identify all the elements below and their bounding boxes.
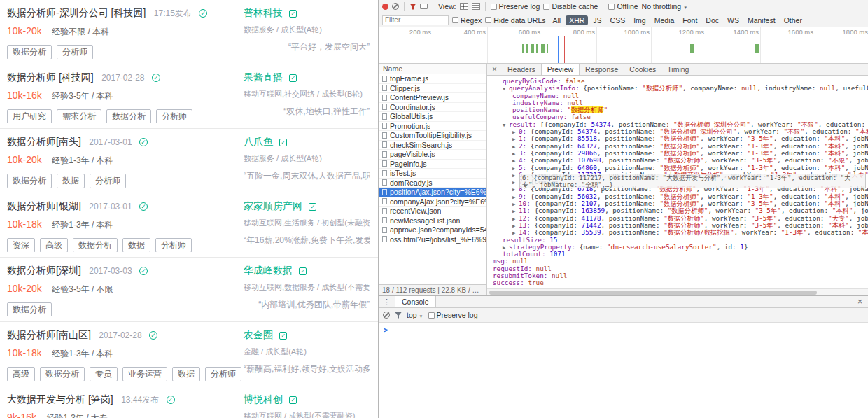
job-tag[interactable]: 高级: [40, 238, 68, 252]
network-request-row[interactable]: newMessageList.json: [379, 216, 486, 226]
job-title[interactable]: 数据分析师 [科技园]: [7, 71, 94, 83]
network-request-row[interactable]: companyAjax.json?city=%E6%B7%B...: [379, 197, 486, 207]
close-drawer-icon[interactable]: [852, 297, 868, 307]
filter-type[interactable]: Manifest: [744, 15, 779, 25]
job-tag[interactable]: 分析师: [90, 174, 126, 188]
network-request-row[interactable]: recentView.json: [379, 207, 486, 216]
network-request-row[interactable]: topFrame.js: [379, 74, 486, 84]
hide-data-urls-checkbox[interactable]: [485, 17, 491, 23]
job-tag[interactable]: 业务运营: [122, 367, 167, 381]
detail-tab[interactable]: Cookies: [624, 64, 662, 75]
job-card[interactable]: 数据分析师[银湖] 2017-03-01 10k-18k 经验1-3年 / 本科…: [0, 193, 378, 258]
job-title[interactable]: 数据分析师[深圳]: [7, 265, 81, 276]
job-card[interactable]: 数据分析师[深圳] 2017-03-03 10k-20k 经验3-5年 / 不限…: [0, 258, 378, 322]
network-request-row[interactable]: Coordinator.js: [379, 103, 486, 113]
job-tag[interactable]: 数据分析: [73, 238, 118, 252]
clear-icon[interactable]: [392, 3, 399, 10]
network-request-row[interactable]: Promotion.js: [379, 122, 486, 132]
job-card[interactable]: 数据分析师[南头] 2017-03-01 10k-20k 经验1-3年 / 本科…: [0, 129, 378, 193]
job-title[interactable]: 数据分析师[南山区]: [7, 329, 91, 340]
horizontal-scrollbar[interactable]: [487, 288, 868, 295]
tab-console[interactable]: Console: [395, 296, 436, 307]
job-tag[interactable]: 需求分析: [57, 109, 102, 123]
network-filter-input[interactable]: [382, 15, 449, 25]
filter-type[interactable]: Img: [630, 15, 650, 25]
company-name[interactable]: 农金圈: [244, 329, 273, 340]
job-tag[interactable]: 数据分析: [7, 45, 52, 59]
job-card[interactable]: 数据分析师 [科技园] 2017-02-28 10k-16k 经验3-5年 / …: [0, 64, 378, 129]
job-title[interactable]: 大数据开发与分析 [笋岗]: [7, 393, 113, 405]
clear-console-icon[interactable]: [383, 312, 390, 319]
regex-checkbox[interactable]: [452, 17, 458, 23]
network-request-row[interactable]: isTest.js: [379, 169, 486, 179]
detail-tab[interactable]: Preview: [541, 64, 580, 75]
filter-icon[interactable]: [410, 4, 416, 10]
filter-type[interactable]: XHR: [566, 15, 588, 25]
job-title[interactable]: 数据分析师-深圳分公司 [科技园]: [7, 7, 146, 18]
offline-checkbox[interactable]: [608, 4, 615, 10]
filter-type[interactable]: Other: [780, 15, 806, 25]
network-request-row[interactable]: domReady.js: [379, 179, 486, 188]
job-tag[interactable]: 专员: [90, 367, 118, 381]
preserve-log-checkbox[interactable]: [491, 4, 497, 10]
scrollbar-thumb[interactable]: [489, 291, 817, 295]
network-request-row[interactable]: CustomTooltipEligibility.js: [379, 131, 486, 141]
record-button[interactable]: [382, 4, 388, 10]
network-request-row[interactable]: approve.json?companyIds=54374%...: [379, 225, 486, 235]
json-line[interactable]: totalCount: 1071: [487, 251, 868, 258]
network-request-row[interactable]: checkSimSearch.js: [379, 141, 486, 151]
network-request-row[interactable]: positionAjax.json?city=%E6%B7%B1...: [379, 188, 486, 197]
filter-type[interactable]: WS: [724, 15, 743, 25]
job-title[interactable]: 数据分析师[银湖]: [7, 200, 81, 211]
job-tag[interactable]: 分析师: [155, 238, 192, 252]
json-line[interactable]: success: true: [487, 279, 868, 286]
job-tag[interactable]: 数据分析: [7, 302, 52, 316]
filter-type[interactable]: Media: [651, 15, 678, 25]
job-tag[interactable]: 数据: [57, 174, 85, 188]
list-view-icon[interactable]: [472, 3, 480, 10]
company-name[interactable]: 华成峰数据: [244, 265, 293, 276]
job-tag[interactable]: 数据分析: [40, 367, 85, 381]
network-request-row[interactable]: oss.html?u=/jobs/list_%E6%95%B0...: [379, 235, 486, 245]
frame-context-select[interactable]: top: [407, 311, 424, 319]
filter-type[interactable]: JS: [589, 15, 605, 25]
job-tag[interactable]: 数据分析: [7, 174, 52, 188]
company-name[interactable]: 博悦科创: [244, 393, 283, 405]
job-tag[interactable]: 分析师: [57, 45, 93, 59]
filter-type[interactable]: CSS: [607, 15, 629, 25]
company-name[interactable]: 普林科技: [244, 7, 283, 18]
company-name[interactable]: 八爪鱼: [244, 136, 273, 147]
name-column-header[interactable]: Name: [379, 64, 486, 74]
network-request-row[interactable]: Clipper.js: [379, 84, 486, 94]
console-log-area[interactable]: >: [379, 323, 868, 418]
detail-tab[interactable]: Headers: [502, 64, 541, 75]
detail-tab[interactable]: Timing: [662, 64, 694, 75]
filter-type[interactable]: Doc: [702, 15, 722, 25]
job-tag[interactable]: 资深: [7, 238, 35, 252]
job-tag[interactable]: 高级: [7, 367, 35, 381]
expand-arrow-icon[interactable]: ▼: [503, 122, 509, 129]
company-name[interactable]: 家家顺房产网: [244, 200, 302, 211]
job-tag[interactable]: 用户研究: [7, 109, 52, 123]
job-tag[interactable]: 分析师: [205, 367, 241, 381]
detail-tab[interactable]: Response: [580, 64, 624, 75]
company-name[interactable]: 果酱直播: [244, 71, 283, 83]
network-request-row[interactable]: pageVisible.js: [379, 150, 486, 160]
console-prompt[interactable]: >: [384, 326, 388, 334]
console-filter-icon[interactable]: [395, 312, 402, 319]
grid-view-icon[interactable]: [460, 3, 468, 10]
job-card[interactable]: 大数据开发与分析 [笋岗] 13:44发布 9k-16k 经验1-3年 / 大专…: [0, 386, 378, 418]
network-request-row[interactable]: ContentPreview.js: [379, 93, 486, 103]
filter-type[interactable]: Font: [679, 15, 701, 25]
throttling-select[interactable]: No throttling: [642, 2, 688, 11]
job-tag[interactable]: 数据: [172, 367, 200, 381]
job-tag[interactable]: 分析师: [156, 109, 192, 123]
job-card[interactable]: 数据分析师[南山区] 2017-02-28 10k-18k 经验1-3年 / 本…: [0, 322, 378, 386]
filter-type[interactable]: All: [549, 15, 564, 25]
job-card[interactable]: 数据分析师-深圳分公司 [科技园] 17:15发布 10k-20k 经验不限 /…: [0, 0, 378, 64]
close-detail-icon[interactable]: [487, 64, 502, 74]
console-preserve-log-checkbox[interactable]: [428, 312, 435, 319]
job-tag[interactable]: 数据: [122, 238, 150, 252]
network-request-row[interactable]: PageInfo.js: [379, 160, 486, 169]
json-line[interactable]: resubmitToken: null: [487, 272, 868, 279]
